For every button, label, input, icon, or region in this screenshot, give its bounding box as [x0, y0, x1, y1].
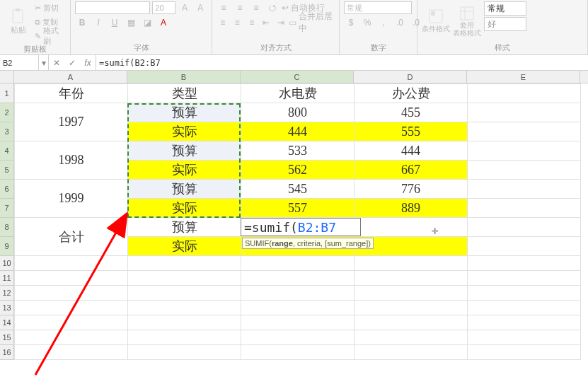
font-name-select[interactable] [75, 1, 150, 14]
cell-A4[interactable]: 1998 [15, 141, 128, 180]
increase-decimal-button[interactable]: .0 [393, 16, 407, 29]
cell-D8[interactable] [354, 218, 468, 237]
underline-button[interactable]: U [108, 16, 122, 29]
paste-button[interactable]: 粘贴 [4, 1, 32, 41]
cell-B7[interactable]: 实际 [128, 199, 241, 218]
cell-E1[interactable] [468, 84, 581, 103]
orientation-button[interactable]: ⭯ [265, 1, 279, 14]
cell-B8[interactable]: 预算 [128, 218, 241, 237]
cell-C5[interactable]: 562 [241, 161, 354, 180]
decrease-font-button[interactable]: A [194, 1, 207, 14]
italic-button[interactable]: I [91, 16, 105, 29]
row-header-14[interactable]: 14 [0, 315, 13, 330]
bold-button[interactable]: B [75, 16, 89, 29]
increase-font-button[interactable]: A [178, 1, 191, 14]
cell-C2[interactable]: 800 [241, 103, 354, 122]
cell-A1[interactable]: 年份 [15, 84, 128, 103]
cell-B2[interactable]: 预算 [128, 103, 241, 122]
name-box-dropdown[interactable]: ▾ [39, 55, 49, 70]
number-format-select[interactable]: 常规 [344, 1, 412, 14]
worksheet[interactable]: A B C D E 12345678910111213141516 年份 类型 … [0, 71, 588, 389]
cell-B1[interactable]: 类型 [128, 84, 241, 103]
select-all-corner[interactable] [0, 71, 14, 83]
cell-C1[interactable]: 水电费 [241, 84, 354, 103]
indent-inc-button[interactable]: ⇥ [275, 16, 287, 29]
col-header-C[interactable]: C [241, 71, 354, 83]
comma-button[interactable]: , [376, 16, 391, 29]
cell-D3[interactable]: 555 [354, 122, 468, 141]
cancel-formula-button[interactable]: ✕ [49, 58, 64, 68]
formula-input[interactable]: =sumif(B2:B7 [96, 55, 588, 70]
row-header-10[interactable]: 10 [0, 256, 13, 271]
row-header-2[interactable]: 2 [0, 103, 13, 122]
font-color-button[interactable]: A [156, 16, 171, 29]
cell-B3[interactable]: 实际 [128, 122, 241, 141]
row-header-8[interactable]: 8 [0, 218, 13, 237]
cell-D2[interactable]: 455 [354, 103, 468, 122]
cell-E5[interactable] [468, 161, 581, 180]
confirm-formula-button[interactable]: ✓ [64, 58, 80, 68]
conditional-format-button[interactable]: 条件格式 [422, 1, 450, 41]
cell-editor[interactable]: =sumif(B2:B7 [241, 218, 361, 236]
cell-A2[interactable]: 1997 [15, 103, 128, 141]
cell-D7[interactable]: 889 [354, 199, 468, 218]
fill-color-button[interactable]: ◪ [140, 16, 154, 29]
cell-D5[interactable]: 667 [354, 161, 468, 180]
row-header-5[interactable]: 5 [0, 161, 13, 180]
cell-E2[interactable] [468, 103, 581, 122]
row-header-3[interactable]: 3 [0, 122, 13, 141]
cell-D4[interactable]: 444 [354, 141, 468, 161]
cell-E8[interactable] [468, 218, 581, 237]
row-header-15[interactable]: 15 [0, 330, 13, 345]
cell-D1[interactable]: 办公费 [354, 84, 468, 103]
cell-E4[interactable] [468, 141, 581, 161]
cell-style-good[interactable]: 好 [484, 17, 526, 31]
cell-C3[interactable]: 444 [241, 122, 354, 141]
row-header-11[interactable]: 11 [0, 271, 13, 286]
row-header-9[interactable]: 9 [0, 237, 13, 256]
cell-C7[interactable]: 557 [241, 199, 354, 218]
cell-style-normal[interactable]: 常规 [484, 1, 526, 16]
row-header-1[interactable]: 1 [0, 83, 13, 103]
row-header-16[interactable]: 16 [0, 345, 13, 360]
cell-E9[interactable] [468, 237, 581, 256]
row-header-7[interactable]: 7 [0, 199, 13, 218]
currency-button[interactable]: $ [344, 16, 358, 29]
cell-A6[interactable]: 1999 [15, 180, 128, 218]
align-left-button[interactable]: ≡ [217, 16, 229, 29]
align-bottom-button[interactable]: ≡ [249, 1, 263, 14]
align-center-button[interactable]: ≡ [231, 16, 243, 29]
cell-E6[interactable] [468, 180, 581, 199]
cell-B5[interactable]: 实际 [128, 161, 241, 180]
cell-A8[interactable]: 合计 [15, 218, 128, 256]
row-header-12[interactable]: 12 [0, 286, 13, 301]
col-header-E[interactable]: E [467, 71, 580, 83]
cell-E3[interactable] [468, 122, 581, 141]
format-painter-button[interactable]: ✎ 格式刷 [35, 30, 66, 42]
align-top-button[interactable]: ≡ [217, 1, 231, 14]
row-header-6[interactable]: 6 [0, 180, 13, 199]
cell-E7[interactable] [468, 199, 581, 218]
cell-D6[interactable]: 776 [354, 180, 468, 199]
insert-function-button[interactable]: fx [80, 58, 96, 68]
row-header-13[interactable]: 13 [0, 301, 13, 315]
col-header-D[interactable]: D [354, 71, 467, 83]
cell-C4[interactable]: 533 [241, 141, 354, 161]
cell-C6[interactable]: 545 [241, 180, 354, 199]
cell-B9[interactable]: 实际 [128, 237, 241, 256]
border-button[interactable]: ▦ [124, 16, 138, 29]
align-right-button[interactable]: ≡ [246, 16, 258, 29]
col-header-A[interactable]: A [14, 71, 127, 83]
indent-dec-button[interactable]: ⇤ [260, 16, 272, 29]
percent-button[interactable]: % [360, 16, 374, 29]
col-header-B[interactable]: B [127, 71, 241, 83]
merge-center-button[interactable]: ▭合并后居中 [289, 16, 335, 29]
cut-button[interactable]: ✂ 剪切 [35, 1, 66, 14]
font-size-select[interactable]: 20 [152, 1, 175, 14]
table-format-button[interactable]: 套用 表格格式 [453, 1, 481, 41]
cell-B6[interactable]: 预算 [128, 180, 241, 199]
cells-area[interactable]: 年份 类型 水电费 办公费 1997 预算 800 455 实际 444 555… [14, 83, 588, 389]
name-box[interactable]: B2 [0, 55, 39, 70]
align-middle-button[interactable]: ≡ [233, 1, 247, 14]
cell-B4[interactable]: 预算 [128, 141, 241, 161]
